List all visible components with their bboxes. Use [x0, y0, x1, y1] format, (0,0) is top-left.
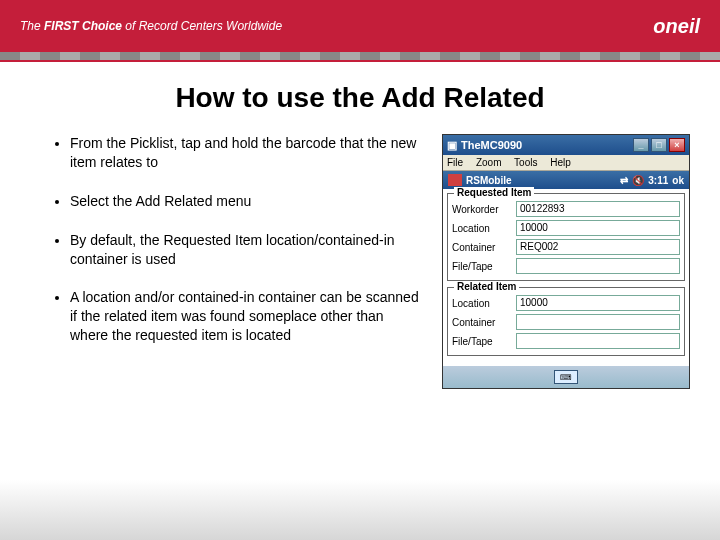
input-req-location[interactable]: 10000	[516, 220, 680, 236]
app-icon: ▣	[447, 139, 457, 152]
label-filetape: File/Tape	[452, 336, 516, 347]
tagline-bold: FIRST Choice	[44, 19, 122, 33]
bullet-item: Select the Add Related menu	[70, 192, 422, 211]
window-title: TheMC9090	[461, 139, 629, 151]
menu-help[interactable]: Help	[550, 157, 571, 168]
pda-taskbar: ⌨	[443, 366, 689, 388]
label-filetape: File/Tape	[452, 261, 516, 272]
connectivity-icon: ⇄	[620, 175, 628, 186]
menu-tools[interactable]: Tools	[514, 157, 537, 168]
label-location: Location	[452, 298, 516, 309]
slide-title: How to use the Add Related	[0, 82, 720, 114]
close-button[interactable]: ×	[669, 138, 685, 152]
start-icon[interactable]	[448, 174, 462, 186]
requested-legend: Requested Item	[454, 187, 534, 198]
pda-title: RSMobile	[466, 175, 616, 186]
slide-content: From the Picklist, tap and hold the barc…	[0, 114, 720, 389]
ok-button[interactable]: ok	[672, 175, 684, 186]
requested-item-group: Requested Item Workorder00122893 Locatio…	[447, 193, 685, 281]
menu-file[interactable]: File	[447, 157, 463, 168]
decorative-stripe	[0, 52, 720, 60]
input-req-filetape[interactable]	[516, 258, 680, 274]
input-workorder[interactable]: 00122893	[516, 201, 680, 217]
input-req-container[interactable]: REQ002	[516, 239, 680, 255]
tagline: The FIRST Choice of Record Centers World…	[20, 19, 282, 33]
related-legend: Related Item	[454, 281, 519, 292]
label-location: Location	[452, 223, 516, 234]
bullet-list: From the Picklist, tap and hold the barc…	[50, 134, 422, 389]
volume-icon: 🔇	[632, 175, 644, 186]
label-container: Container	[452, 317, 516, 328]
pda-time: 3:11	[648, 175, 668, 186]
minimize-button[interactable]: _	[633, 138, 649, 152]
bullet-item: A location and/or contained-in container…	[70, 288, 422, 345]
maximize-button[interactable]: □	[651, 138, 667, 152]
related-item-group: Related Item Location10000 Container Fil…	[447, 287, 685, 356]
menu-zoom[interactable]: Zoom	[476, 157, 502, 168]
brand-logo: oneil	[653, 15, 700, 38]
pda-body: Requested Item Workorder00122893 Locatio…	[443, 189, 689, 366]
label-workorder: Workorder	[452, 204, 516, 215]
bullet-item: From the Picklist, tap and hold the barc…	[70, 134, 422, 172]
keyboard-icon[interactable]: ⌨	[554, 370, 578, 384]
tagline-pre: The	[20, 19, 44, 33]
footer-background	[0, 480, 720, 540]
input-rel-location[interactable]: 10000	[516, 295, 680, 311]
window-titlebar: ▣ TheMC9090 _ □ ×	[443, 135, 689, 155]
tagline-post: of Record Centers Worldwide	[122, 19, 282, 33]
input-rel-container[interactable]	[516, 314, 680, 330]
decorative-stripe-red	[0, 60, 720, 62]
label-container: Container	[452, 242, 516, 253]
device-screenshot: ▣ TheMC9090 _ □ × File Zoom Tools Help R…	[442, 134, 690, 389]
bullet-item: By default, the Requested Item location/…	[70, 231, 422, 269]
menu-bar: File Zoom Tools Help	[443, 155, 689, 171]
input-rel-filetape[interactable]	[516, 333, 680, 349]
brand-header: The FIRST Choice of Record Centers World…	[0, 0, 720, 52]
